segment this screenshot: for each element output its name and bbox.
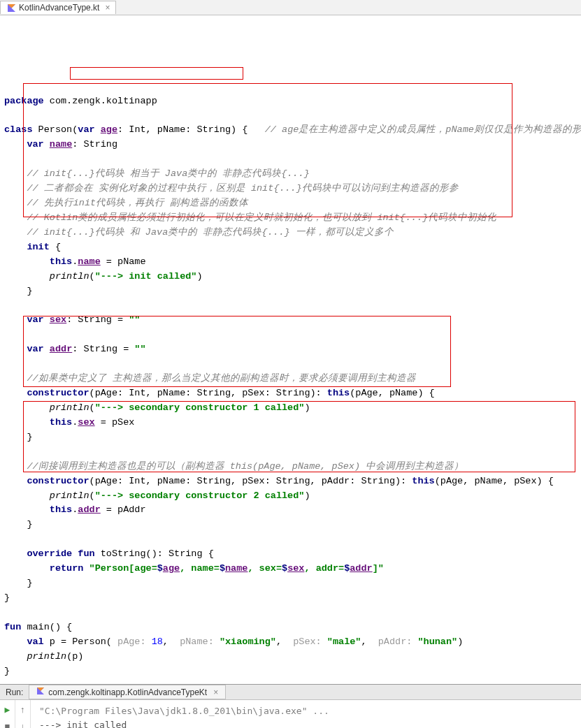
tab-filename: KotlinAdvanceType.kt bbox=[19, 3, 99, 13]
keyword: this bbox=[327, 388, 350, 398]
code-text: } bbox=[4, 592, 10, 603]
property: name bbox=[78, 256, 100, 267]
code-text: , bbox=[163, 636, 180, 647]
code-text: = pName bbox=[101, 256, 146, 267]
code-text: } bbox=[27, 578, 32, 588]
code-text: (pAge: Int, pName: String, pSex: String,… bbox=[89, 476, 413, 486]
output-line: "C:\Program Files\Java\jdk1.8.0_201\bin\… bbox=[39, 704, 573, 718]
code-text: , bbox=[276, 636, 293, 647]
code-text: } bbox=[27, 519, 32, 530]
close-icon[interactable]: × bbox=[213, 687, 218, 697]
code-text: = pAddr bbox=[101, 504, 146, 515]
code-text: { bbox=[50, 242, 61, 252]
keyword: this bbox=[50, 256, 72, 267]
keyword: return bbox=[50, 563, 84, 574]
close-icon[interactable]: × bbox=[105, 3, 110, 13]
run-header: Run: com.zengk.koltinapp.KotlinAdvanceTy… bbox=[0, 685, 581, 700]
param-hint: pAge: bbox=[117, 636, 152, 647]
keyword: this bbox=[412, 476, 434, 486]
up-icon[interactable]: ↑ bbox=[17, 704, 29, 715]
code-text: (pAge, pName) { bbox=[350, 388, 435, 398]
output-line: ---> init called bbox=[39, 718, 573, 728]
number: 18 bbox=[152, 636, 163, 647]
run-label: Run: bbox=[0, 687, 29, 697]
code-text: (pAge, pName, pSex) { bbox=[435, 476, 554, 486]
keyword: constructor bbox=[27, 476, 89, 486]
code-editor[interactable]: package com.zengk.koltinapp class Person… bbox=[0, 15, 581, 684]
property: sex bbox=[287, 563, 304, 574]
play-icon[interactable]: ▶ bbox=[2, 704, 13, 715]
run-body: ▶ ■ ⊞ 📌 ↑ ↓ ⇥ ⇲ 🖶 "C:\Program Files\Java… bbox=[0, 700, 581, 728]
keyword: fun bbox=[78, 548, 94, 559]
template: $ bbox=[282, 563, 287, 574]
keyword: constructor bbox=[27, 388, 89, 398]
property: addr bbox=[78, 504, 100, 515]
code-text: p = Person( bbox=[44, 636, 117, 647]
code-text: toString(): String { bbox=[95, 548, 214, 559]
down-icon[interactable]: ↓ bbox=[17, 721, 29, 728]
string: "Person[age= bbox=[89, 563, 157, 574]
param-hint: pSex: bbox=[293, 636, 327, 647]
property: addr bbox=[350, 563, 372, 574]
run-config-tab[interactable]: com.zengk.koltinapp.KotlinAdvanceTypeKt … bbox=[29, 685, 226, 699]
template: $ bbox=[157, 563, 163, 574]
run-toolbar-secondary: ↑ ↓ ⇥ ⇲ 🖶 bbox=[15, 700, 31, 728]
kotlin-file-icon bbox=[6, 3, 16, 13]
console-output[interactable]: "C:\Program Files\Java\jdk1.8.0_201\bin\… bbox=[31, 700, 581, 728]
keyword: init bbox=[27, 242, 49, 252]
string: , sex= bbox=[248, 563, 282, 574]
code-text: ) bbox=[457, 636, 463, 647]
string: "---> secondary constructor 2 called" bbox=[95, 490, 305, 501]
string: , addr= bbox=[304, 563, 344, 574]
function-call: println bbox=[50, 271, 89, 282]
editor-tab[interactable]: KotlinAdvanceType.kt × bbox=[0, 1, 116, 14]
function-call: println bbox=[50, 490, 89, 501]
code-text: , bbox=[361, 636, 378, 647]
keyword: val bbox=[27, 636, 43, 647]
annotation-box bbox=[23, 401, 575, 472]
keyword: this bbox=[50, 504, 72, 515]
param-hint: pAddr: bbox=[378, 636, 418, 647]
property: name bbox=[225, 563, 248, 574]
string: , name= bbox=[180, 563, 220, 574]
run-config-name: com.zengk.koltinapp.KotlinAdvanceTypeKt bbox=[48, 687, 207, 697]
editor-tab-bar: KotlinAdvanceType.kt × bbox=[0, 0, 581, 15]
annotation-box bbox=[70, 67, 243, 80]
string: "xiaoming" bbox=[220, 636, 276, 647]
property: age bbox=[163, 563, 180, 574]
annotation-box bbox=[23, 316, 451, 387]
string: "---> init called" bbox=[95, 271, 197, 282]
code-text: } bbox=[27, 286, 32, 296]
kotlin-icon bbox=[36, 687, 45, 697]
param-hint: pName: bbox=[180, 636, 220, 647]
code-text: (p) bbox=[66, 651, 83, 662]
string: "hunan" bbox=[417, 636, 457, 647]
code-text: main() { bbox=[21, 622, 72, 632]
string: ]" bbox=[373, 563, 384, 574]
run-toolbar-left: ▶ ■ ⊞ 📌 bbox=[0, 700, 15, 728]
string: "male" bbox=[327, 636, 361, 647]
template: $ bbox=[220, 563, 225, 574]
stop-icon[interactable]: ■ bbox=[2, 721, 13, 728]
comment: // init{...}代码块 和 Java类中的 非静态代码块{...} 一样… bbox=[27, 227, 394, 238]
keyword: fun bbox=[4, 622, 21, 632]
annotation-box bbox=[23, 83, 512, 217]
code-text: (pAge: Int, pName: String, pSex: String)… bbox=[89, 388, 327, 398]
code-text: } bbox=[4, 666, 10, 676]
keyword: override bbox=[27, 548, 72, 559]
run-panel: Run: com.zengk.koltinapp.KotlinAdvanceTy… bbox=[0, 684, 581, 728]
function-call: println bbox=[27, 651, 66, 662]
